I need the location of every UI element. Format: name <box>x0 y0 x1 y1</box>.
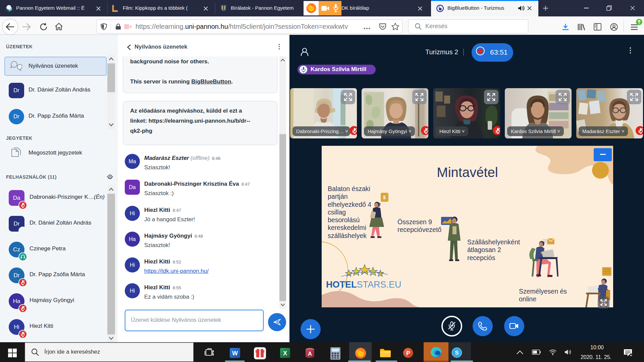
svg-text:P: P <box>406 350 410 357</box>
svg-text:X: X <box>283 350 287 357</box>
svg-text:HOTELSTARS.EU: HOTELSTARS.EU <box>326 280 401 290</box>
svg-text:$: $ <box>383 195 386 200</box>
svg-text:A: A <box>308 351 312 357</box>
svg-text:W: W <box>232 350 238 357</box>
svg-text:S: S <box>455 350 459 356</box>
